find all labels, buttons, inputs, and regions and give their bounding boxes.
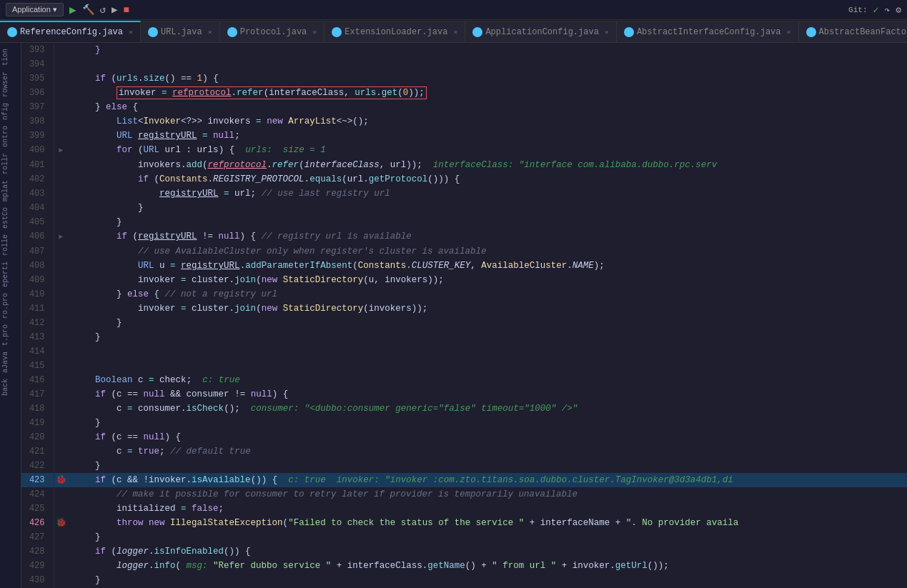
tab-close-icon[interactable]: ✕ [787,28,791,36]
gutter [54,387,68,402]
tab-abstractinterfaceconfig[interactable]: AbstractInterfaceConfig.java ✕ [617,21,799,42]
table-row: 429 logger.info( msg: "Refer dubbo servi… [21,559,907,573]
tab-applicationconfig[interactable]: ApplicationConfig.java ✕ [465,21,616,42]
tab-icon [332,27,342,37]
tab-close-icon[interactable]: ✕ [605,28,609,36]
code-editor[interactable]: 393 } 394 395 if (urls.size() == 1) { [21,43,907,588]
table-row: 400 ▶ for (URL url : urls) { urls: size … [21,143,907,158]
sidebar-item[interactable]: mplat [0,177,21,204]
gutter [54,573,68,587]
table-row: 412 } [21,316,907,330]
line-number: 400 [21,143,54,158]
fold-icon[interactable]: ▶ [59,146,63,154]
code-line: if (urls.size() == 1) { [68,71,907,86]
build-icon[interactable]: 🔨 [82,4,94,16]
settings-icon[interactable]: ⚙ [896,4,901,16]
code-line: } else { // not a registry url [68,287,907,302]
run-icon[interactable]: ▶ [69,3,76,17]
gutter [54,158,68,172]
gutter [54,359,68,373]
table-row: 419 } [21,416,907,430]
line-number: 430 [21,573,54,587]
code-line: } [68,316,907,330]
table-row: 407 // use AvailableCluster only when re… [21,244,907,259]
code-line: if (registryURL != null) { // registry u… [68,229,907,244]
tab-icon [227,27,237,37]
sidebar-item[interactable]: rollr [0,150,21,177]
tab-referenceconfig[interactable]: ReferenceConfig.java ✕ [0,21,141,42]
breakpoint-icon[interactable]: 🐞 [56,518,66,528]
line-number: 405 [21,215,54,229]
tab-label: URL.java [161,27,202,37]
tab-abstractbeanfactory[interactable]: AbstractBeanFactory.java ✕ [799,21,907,42]
table-row: 417 if (c == null && consumer != null) { [21,387,907,402]
gutter [54,559,68,573]
tab-close-icon[interactable]: ✕ [453,28,457,36]
table-row: 425 initialized = false; [21,502,907,516]
code-line: } [68,43,907,57]
gutter [54,459,68,473]
tab-bar: ReferenceConfig.java ✕ URL.java ✕ Protoc… [0,20,907,43]
gutter [54,302,68,316]
tab-close-icon[interactable]: ✕ [312,28,317,36]
sidebar-item[interactable]: estCo [0,204,21,231]
gutter [54,259,68,273]
sidebar-item[interactable]: t.pro [0,322,21,349]
line-number: 424 [21,487,54,502]
tab-icon [148,27,158,37]
line-number: 415 [21,359,54,373]
code-line [68,57,907,71]
code-line: c = true; // default true [68,444,907,459]
code-line: List<Invoker<?>> invokers = new ArrayLis… [68,114,907,129]
top-bar: Application ▾ ▶ 🔨 ↺ ▶ ■ Git: ✓ ↷ ⚙ [0,0,907,20]
tab-close-icon[interactable]: ✕ [208,28,212,36]
table-row: 404 } [21,201,907,215]
sidebar-item[interactable]: rowser [0,69,21,100]
tab-label: ExtensionLoader.java [345,27,447,37]
sidebar-item[interactable]: rolle [0,231,21,259]
git-icon2[interactable]: ↷ [884,4,890,16]
sidebar-item[interactable]: eperti [0,259,21,290]
sidebar-item[interactable]: tion [0,46,21,69]
code-line: URL u = registryURL.addParameterIfAbsent… [68,259,907,273]
tab-protocol[interactable]: Protocol.java ✕ [220,21,325,42]
table-row: 394 [21,57,907,71]
code-line: logger.info( msg: "Refer dubbo service "… [68,559,907,573]
code-line: if (logger.isInfoEnabled()) { [68,544,907,559]
line-number: 410 [21,287,54,302]
breakpoint-icon[interactable]: 🐞 [56,475,66,485]
sync-icon[interactable]: ↺ [100,4,106,16]
checkmark-icon[interactable]: ✓ [873,4,879,16]
line-number: 403 [21,186,54,201]
line-number: 418 [21,402,54,416]
code-line: Boolean c = check; c: true [68,373,907,387]
tab-close-icon[interactable]: ✕ [129,28,133,36]
run2-icon[interactable]: ▶ [111,4,117,16]
fold-icon[interactable]: ▶ [59,233,63,241]
sidebar-item[interactable]: nfig [0,100,21,123]
tab-icon [7,27,17,37]
sidebar: tion rowser nfig ontro rollr mplat estCo… [0,43,21,588]
application-menu-button[interactable]: Application ▾ [6,3,64,16]
line-number: 395 [21,71,54,86]
code-line: invoker = refprotocol.refer(interfaceCla… [68,86,907,100]
code-line: if (c == null) { [68,430,907,444]
line-number: 414 [21,344,54,359]
code-line: throw new IllegalStateException("Failed … [68,516,907,530]
stop-icon[interactable]: ■ [123,4,129,16]
table-row: 405 } [21,215,907,229]
gutter [54,86,68,100]
tab-label: AbstractInterfaceConfig.java [637,27,781,37]
tab-extensionloader[interactable]: ExtensionLoader.java ✕ [324,21,465,42]
sidebar-item[interactable]: aJava [0,349,21,376]
table-row: 398 List<Invoker<?>> invokers = new Arra… [21,114,907,129]
sidebar-item[interactable]: ro.pro [0,290,21,322]
gutter [54,402,68,416]
line-number: 425 [21,502,54,516]
gutter [54,416,68,430]
sidebar-item[interactable]: ontro [0,123,21,150]
sidebar-item[interactable]: back [0,376,21,399]
gutter [54,129,68,143]
tab-url[interactable]: URL.java ✕ [141,21,220,42]
code-line: for (URL url : urls) { urls: size = 1 [68,143,907,158]
